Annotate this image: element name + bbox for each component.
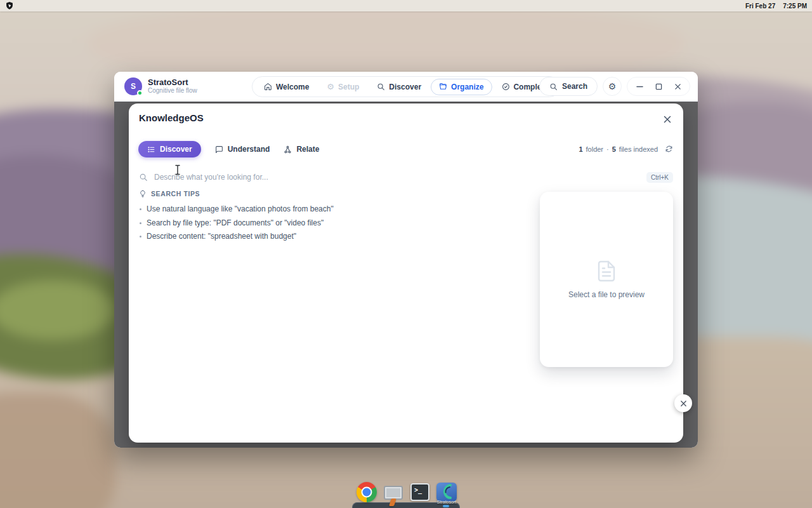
terminal-icon: >_	[410, 483, 429, 501]
status-separator: ·	[606, 145, 609, 153]
search-icon	[377, 83, 385, 91]
app-identity: S StratoSort Cognitive file flow	[124, 77, 197, 95]
folder-open-icon	[439, 83, 447, 91]
stratosort-window: S StratoSort Cognitive file flow Welcome…	[114, 72, 698, 448]
folder-count: 1	[579, 145, 582, 153]
list-icon	[147, 145, 155, 154]
tip-item: Describe content: "spreadsheet with budg…	[139, 232, 431, 241]
taskbar-indicator	[443, 505, 449, 507]
search-button-label: Search	[562, 82, 587, 91]
knowledgeos-tabs: Discover Understand Relate	[138, 141, 319, 157]
settings-button[interactable]: ⚙	[603, 77, 622, 96]
dock-item-stratosort[interactable]: Stratosort	[436, 481, 457, 503]
nav-item-discover[interactable]: Discover	[369, 79, 429, 95]
search-button[interactable]: Search	[539, 77, 598, 96]
search-icon	[139, 173, 148, 182]
terminal-glyph: >_	[414, 486, 422, 493]
tips-heading: SEARCH TIPS	[151, 190, 200, 197]
knowledge-search-row: Ctrl+K	[139, 167, 673, 187]
minimize-button[interactable]	[631, 78, 648, 95]
dock-item-terminal[interactable]: >_	[409, 481, 431, 503]
tab-relate[interactable]: Relate	[284, 145, 319, 154]
dock-label: Stratosort	[437, 500, 456, 504]
tab-label: Understand	[228, 145, 270, 154]
window-controls	[627, 77, 690, 96]
knowledgeos-modal: KnowledgeOS Discover Understand	[129, 104, 683, 443]
index-status: 1 folder · 5 files indexed	[579, 145, 673, 153]
preview-empty-text: Select a file to preview	[568, 290, 645, 299]
stratosort-icon	[436, 483, 457, 502]
gear-icon: ⚙	[327, 83, 334, 91]
modal-close-button[interactable]	[660, 112, 674, 126]
tab-label: Relate	[296, 145, 319, 154]
dim-overlay: KnowledgeOS Discover Understand	[114, 102, 698, 448]
close-window-button[interactable]	[669, 78, 686, 95]
chrome-icon	[357, 482, 377, 502]
dock-item-display[interactable]	[383, 481, 404, 503]
window-header: S StratoSort Cognitive file flow Welcome…	[114, 72, 698, 102]
refresh-icon[interactable]	[665, 145, 673, 153]
window-actions: Search ⚙	[539, 77, 690, 96]
menubar-time: 7:25 PM	[783, 3, 807, 10]
mouse-cursor-ibeam	[174, 164, 181, 175]
avatar: S	[124, 77, 142, 95]
dock: >_ Stratosort	[356, 481, 457, 503]
avatar-letter: S	[131, 82, 136, 91]
dock-item-chrome[interactable]	[356, 481, 377, 503]
tip-item: Search by file type: "PDF documents" or …	[139, 218, 431, 228]
folder-label: folder	[586, 145, 604, 153]
tip-item: Use natural language like "vacation phot…	[139, 204, 431, 214]
menubar-clock[interactable]: Fri Feb 27 7:25 PM	[745, 3, 807, 10]
maximize-button[interactable]	[650, 78, 667, 95]
menubar-date: Fri Feb 27	[745, 3, 775, 10]
file-preview-panel: Select a file to preview	[540, 192, 673, 367]
nav-item-setup[interactable]: ⚙ Setup	[318, 79, 367, 95]
main-nav: Welcome ⚙ Setup Discover Organize	[252, 76, 560, 97]
app-subtitle: Cognitive file flow	[148, 87, 197, 95]
file-count: 5	[612, 145, 616, 153]
knowledge-search-input[interactable]	[154, 173, 640, 182]
app-title: StratoSort	[148, 78, 197, 87]
home-icon	[264, 83, 272, 91]
network-icon	[284, 145, 292, 154]
status-dot	[137, 90, 143, 96]
search-icon	[549, 83, 558, 91]
check-circle-icon	[501, 83, 509, 91]
nav-label: Discover	[389, 83, 421, 91]
lightbulb-icon	[139, 190, 147, 197]
tab-understand[interactable]: Understand	[215, 145, 270, 154]
gear-icon: ⚙	[608, 81, 617, 91]
nav-label: Setup	[338, 83, 359, 91]
display-icon	[384, 486, 403, 500]
nav-label: Organize	[451, 83, 483, 91]
files-label: files indexed	[619, 145, 658, 153]
shortcut-hint: Ctrl+K	[646, 172, 673, 183]
nav-label: Welcome	[276, 83, 309, 91]
tab-discover[interactable]: Discover	[138, 141, 201, 157]
system-logo-icon[interactable]	[5, 1, 14, 10]
floating-close-button[interactable]	[674, 394, 692, 412]
system-menu-bar: Fri Feb 27 7:25 PM	[0, 0, 812, 11]
nav-item-organize[interactable]: Organize	[431, 79, 492, 95]
search-tips: SEARCH TIPS Use natural language like "v…	[139, 190, 431, 246]
document-icon	[595, 260, 618, 283]
nav-item-welcome[interactable]: Welcome	[256, 79, 317, 95]
tab-label: Discover	[160, 145, 192, 154]
chat-bubble-icon	[215, 145, 223, 154]
modal-title: KnowledgeOS	[139, 112, 204, 123]
